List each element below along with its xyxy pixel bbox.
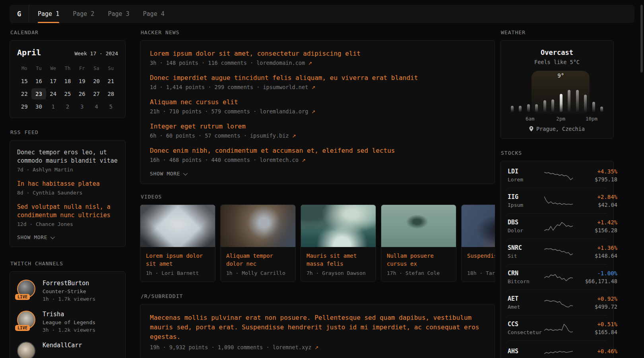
stock-price: $156.28 [573, 227, 617, 233]
twitch-channel-row[interactable]: KendallCarr [17, 342, 118, 358]
video-title-link[interactable]: Nullam posuere cursus ex [387, 252, 450, 268]
stock-name: Dolor [508, 228, 544, 233]
calendar-day-cell: 1 [46, 101, 60, 112]
external-link-icon: ↗ [292, 133, 296, 139]
calendar-day-header: Th [60, 63, 75, 74]
stock-price: $165.84 [573, 329, 617, 335]
twitch-channel-row[interactable]: LIVE ForrestBurton Counter-Strike 1h · 1… [17, 280, 118, 302]
rss-item-link[interactable]: Donec tempor eros leo, ut commodo mauris… [17, 148, 118, 165]
stock-price: $66,171.48 [573, 278, 617, 284]
rss-item: Donec tempor eros leo, ut commodo mauris… [17, 148, 118, 173]
video-title-link[interactable]: Lorem ipsum dolor sit amet consectetu… [146, 252, 209, 268]
calendar-day-header: Fr [75, 63, 89, 74]
hackernews-item: Integer eget rutrum lorem 6h · 60 points… [150, 122, 485, 139]
hackernews-item-link[interactable]: Aliquam nec cursus elit [150, 98, 485, 107]
weather-bar [551, 99, 554, 112]
live-badge: LIVE [15, 294, 30, 300]
subreddit-post-meta-text: 19h · 9,932 points · 1,090 comments · lo… [150, 344, 311, 350]
hackernews-item-meta: 6h · 60 points · 57 comments · ipsumify.… [150, 132, 485, 139]
videos-row: Lorem ipsum dolor sit amet consectetu… 1… [140, 204, 495, 282]
calendar-day-cell: 26 [75, 88, 89, 99]
nav-page-tab-1[interactable]: Page 1 [38, 5, 59, 23]
hackernews-show-more-button[interactable]: SHOW MORE [150, 171, 485, 177]
stock-sparkline [544, 322, 573, 334]
stock-row[interactable]: AET Amet +0.92% $499.72 [508, 290, 606, 315]
subreddit-widget: Maecenas mollis pulvinar erat non posuer… [140, 304, 495, 358]
external-link-icon: ↗ [311, 85, 315, 90]
video-title-link[interactable]: Mauris sit amet massa felis [306, 252, 370, 268]
video-card[interactable]: Suspendisse diam 18h · Tara [461, 204, 495, 282]
channel-viewers: 3h · 1.2k viewers [43, 327, 95, 333]
rss-item-meta: 8d · Cynthia Saunders [17, 190, 118, 196]
weather-bar [584, 95, 587, 112]
calendar-day-cell: 5 [104, 101, 118, 112]
rss-section-label: RSS FEED [10, 129, 126, 135]
weather-location: Prague, Czechia [508, 126, 606, 132]
rss-item-link[interactable]: Sed volutpat nulla nisl, a condimentum n… [17, 203, 118, 220]
hackernews-item-link[interactable]: Integer eget rutrum lorem [150, 122, 485, 131]
twitch-section-label: TWITCH CHANNELS [10, 261, 126, 267]
rss-item-meta: 7d · Ashlyn Martin [17, 167, 118, 173]
stock-row[interactable]: DBS Dolor +1.42% $156.28 [508, 213, 606, 239]
calendar-day-header: Sa [89, 63, 103, 74]
calendar-day-cell: 3 [75, 101, 89, 112]
stock-row[interactable]: SNRC Sit +1.36% $148.64 [508, 239, 606, 264]
hackernews-item: Donec enim nibh, condimentum et accumsan… [150, 146, 485, 163]
calendar-day-cell: 2 [60, 101, 75, 112]
rss-show-more-button[interactable]: SHOW MORE [17, 234, 118, 240]
hackernews-item-meta-text: 16h · 468 points · 440 comments · loremt… [150, 157, 299, 163]
stock-row[interactable]: CCS Consectetur +0.51% $165.84 [508, 315, 606, 340]
video-card[interactable]: Nullam posuere cursus ex 17h · Stefan Co… [381, 204, 456, 282]
video-thumbnail [140, 205, 215, 247]
stock-change: +1.36% [573, 245, 617, 251]
calendar-day-cell: 18 [60, 76, 75, 87]
stock-name: Lorem [508, 177, 544, 183]
stock-row[interactable]: LDI Lorem +4.35% $795.18 [508, 163, 606, 188]
weather-feels-like: Feels like 5°C [508, 59, 606, 65]
rss-item-link[interactable]: In hac habitasse platea [17, 180, 118, 188]
video-title-link[interactable]: Aliquam tempor dolor nec pharetra… [226, 252, 290, 268]
calendar-month: April [17, 48, 41, 57]
nav-page-tab-4[interactable]: Page 4 [143, 5, 165, 23]
calendar-week-year: Week 17 · 2024 [74, 51, 118, 56]
calendar-day-cell: 20 [89, 76, 103, 87]
scrollbar-thumb[interactable] [640, 5, 643, 72]
video-title-link[interactable]: Suspendisse diam [467, 252, 495, 268]
stock-row[interactable]: CRN Bitcorn -1.00% $66,171.48 [508, 264, 606, 290]
stock-row[interactable]: IIG Ipsum +2.84% $42.04 [508, 188, 606, 213]
subreddit-post-link[interactable]: Maecenas mollis pulvinar erat non posuer… [150, 313, 485, 342]
stock-ticker: AHS [508, 348, 544, 355]
app-logo[interactable]: G [10, 5, 29, 23]
nav-page-tab-2[interactable]: Page 2 [73, 5, 94, 23]
stock-sparkline [544, 246, 573, 258]
hackernews-item-meta-text: 21h · 710 points · 579 comments · loreml… [150, 108, 308, 115]
nav-page-tab-3[interactable]: Page 3 [108, 5, 129, 23]
hackernews-item-link[interactable]: Donec imperdiet augue tincidunt felis al… [150, 74, 485, 82]
stock-name: Sit [508, 253, 544, 259]
channel-name: Trisha [43, 311, 95, 318]
external-link-icon: ↗ [308, 60, 312, 66]
hackernews-item: Aliquam nec cursus elit 21h · 710 points… [150, 98, 485, 115]
hackernews-item: Donec imperdiet augue tincidunt felis al… [150, 74, 485, 90]
left-column: CALENDAR April Week 17 · 2024 MoTuWeThFr… [10, 29, 126, 358]
hackernews-item-link[interactable]: Donec enim nibh, condimentum et accumsan… [150, 146, 485, 155]
stock-change: +1.42% [573, 219, 617, 226]
calendar-day-cell: 16 [31, 76, 46, 87]
channel-avatar [17, 342, 35, 358]
channel-game: Counter-Strike [43, 288, 95, 294]
hackernews-item-meta-text: 3h · 148 points · 116 comments · loremdo… [150, 60, 305, 66]
top-nav-bar: G Page 1Page 2Page 3Page 4 [10, 5, 634, 23]
video-thumbnail [462, 205, 495, 247]
weather-hourly-chart: 6am2pm9°10pm [508, 71, 606, 122]
video-card[interactable]: Lorem ipsum dolor sit amet consectetu… 1… [140, 204, 215, 282]
stock-price: $795.18 [573, 176, 617, 183]
twitch-channel-row[interactable]: LIVE Trisha League of Legends 3h · 1.2k … [17, 311, 118, 333]
stock-sparkline [544, 220, 573, 232]
calendar-day-cell: 15 [17, 76, 31, 87]
video-card[interactable]: Aliquam tempor dolor nec pharetra… 1h · … [220, 204, 296, 282]
stock-row[interactable]: AHS +0.46% [508, 340, 606, 358]
calendar-section-label: CALENDAR [10, 29, 126, 35]
hackernews-item-link[interactable]: Lorem ipsum dolor sit amet, consectetur … [150, 49, 485, 58]
rss-item: Sed volutpat nulla nisl, a condimentum n… [17, 203, 118, 227]
video-card[interactable]: Mauris sit amet massa felis 7h · Grayson… [301, 204, 376, 282]
